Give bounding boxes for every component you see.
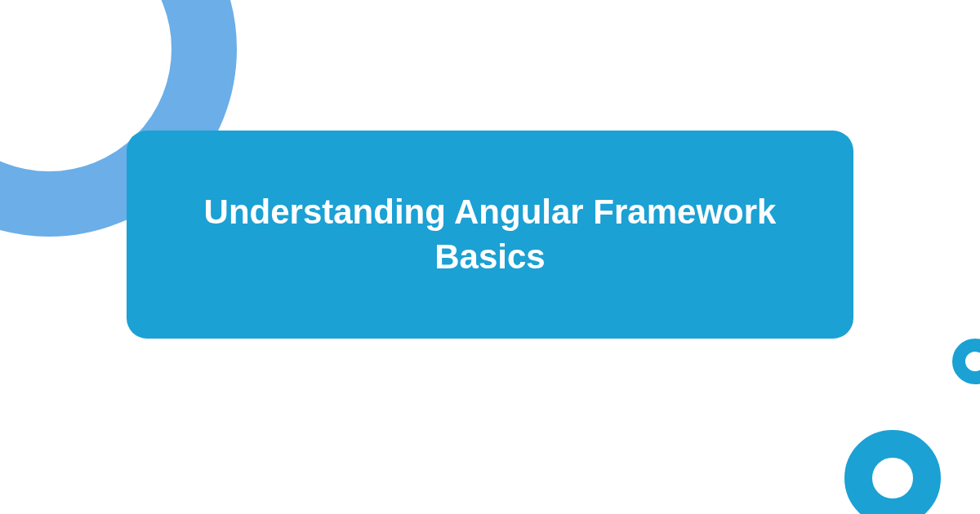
title-panel: Understanding Angular Framework Basics bbox=[127, 131, 853, 339]
decorative-ring-small bbox=[952, 339, 980, 384]
decorative-ring-large bbox=[844, 430, 941, 514]
page-title: Understanding Angular Framework Basics bbox=[176, 190, 804, 279]
